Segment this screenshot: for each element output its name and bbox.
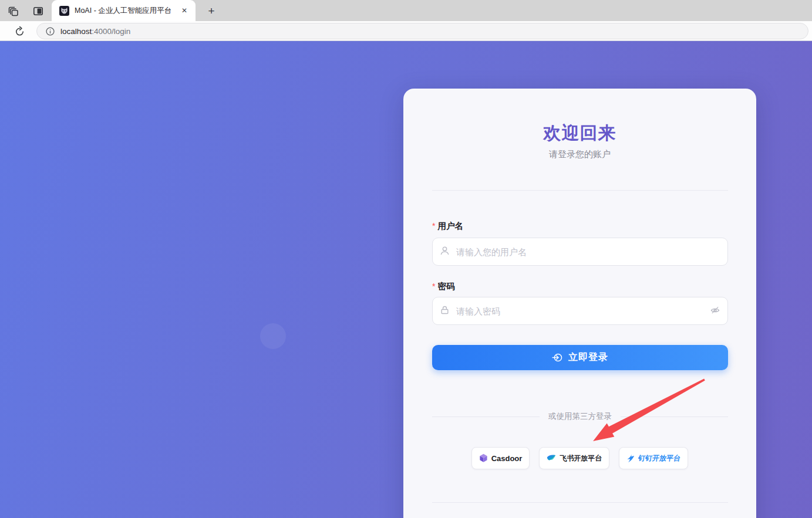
browser-tab[interactable]: MoAI - 企业人工智能应用平台 ✕ [52, 0, 196, 21]
casdoor-logo-icon [479, 453, 488, 463]
casdoor-label: Casdoor [491, 454, 523, 463]
site-favicon-icon [59, 6, 69, 16]
page-subtitle: 请登录您的账户 [403, 149, 756, 160]
browser-toolbar: localhost:4000/login [0, 21, 812, 41]
login-arrow-icon [552, 352, 563, 363]
login-button-label: 立即登录 [568, 351, 608, 364]
workspaces-icon[interactable] [6, 4, 21, 19]
site-info-icon[interactable] [44, 25, 56, 37]
casdoor-login-button[interactable]: Casdoor [471, 447, 530, 469]
divider [432, 502, 728, 503]
login-card: 欢迎回来 请登录您的账户 *用户名 *密码 [403, 89, 756, 518]
refresh-icon[interactable] [12, 23, 27, 39]
feishu-logo-icon [547, 454, 556, 462]
third-party-divider: 或使用第三方登录 [432, 411, 728, 422]
login-button[interactable]: 立即登录 [432, 345, 728, 370]
url-path: :4000/login [92, 27, 130, 36]
dingtalk-logo-icon [626, 454, 635, 463]
tab-strip: MoAI - 企业人工智能应用平台 ✕ + [0, 0, 812, 21]
login-page-background: 欢迎回来 请登录您的账户 *用户名 *密码 [0, 41, 812, 518]
url-host: localhost [60, 27, 92, 36]
username-field-wrap [432, 238, 728, 266]
required-mark: * [432, 282, 435, 291]
browser-window: MoAI - 企业人工智能应用平台 ✕ + localhost:4000/log… [0, 0, 812, 518]
required-mark: * [432, 221, 435, 231]
dingtalk-login-button[interactable]: 钉钉开放平台 [619, 447, 688, 469]
feishu-label: 飞书开放平台 [560, 453, 602, 463]
tab-close-icon[interactable]: ✕ [179, 5, 190, 16]
password-label-text: 密码 [437, 282, 454, 291]
username-label-text: 用户名 [437, 221, 463, 231]
page-title: 欢迎回来 [403, 121, 756, 145]
password-label: *密码 [432, 281, 454, 292]
divider [432, 190, 728, 191]
decorative-bubble [260, 323, 286, 349]
dingtalk-label: 钉钉开放平台 [638, 453, 681, 463]
password-field-wrap [432, 297, 728, 325]
third-party-buttons: Casdoor 飞书开放平台 [403, 447, 756, 469]
tab-title: MoAI - 企业人工智能应用平台 [75, 6, 179, 16]
url-text[interactable]: localhost:4000/login [60, 27, 130, 36]
tab-actions-icon[interactable] [31, 4, 46, 19]
username-input[interactable] [432, 238, 728, 266]
third-party-divider-text: 或使用第三方登录 [540, 411, 621, 422]
url-bar[interactable]: localhost:4000/login [36, 23, 808, 39]
new-tab-button[interactable]: + [204, 4, 219, 19]
eye-invisible-icon[interactable] [710, 305, 720, 318]
username-label: *用户名 [432, 221, 463, 232]
password-input[interactable] [432, 297, 728, 325]
feishu-login-button[interactable]: 飞书开放平台 [539, 447, 609, 469]
